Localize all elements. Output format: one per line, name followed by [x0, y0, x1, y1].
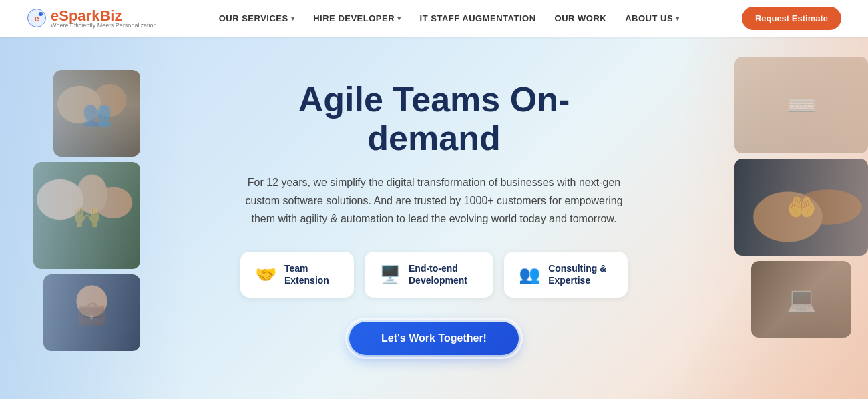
hero-title: Agile Teams On-demand [240, 81, 628, 157]
nav-link-about-us[interactable]: ABOUT US ▾ [625, 13, 679, 23]
end-to-end-icon: 🖥️ [379, 264, 401, 285]
hero-content: Agile Teams On-demand For 12 years, we s… [227, 81, 641, 354]
feature-cards-row: 🤝 Team Extension 🖥️ End-to-end Developme… [240, 252, 628, 297]
photo-overlay-1: 👥 [53, 70, 140, 157]
chevron-down-icon: ▾ [397, 15, 401, 22]
nav-item-it-staff[interactable]: IT STAFF AUGMENTATION [420, 13, 536, 23]
logo[interactable]: e eSparkBiz Where Efficiently Meets Pers… [27, 7, 156, 29]
feature-label-consulting: Consulting & Expertise [548, 262, 613, 286]
feature-card-consulting[interactable]: 👥 Consulting & Expertise [504, 252, 628, 297]
nav-item-about-us[interactable]: ABOUT US ▾ [625, 13, 679, 23]
photo-card-hands: 🤲 [734, 159, 868, 256]
nav-link-our-services[interactable]: OUR SERVICES ▾ [219, 13, 295, 23]
nav-link-hire-developer[interactable]: HIRE DEVELOPER ▾ [313, 13, 401, 23]
photo-overlay-2: 🙌 [33, 162, 140, 269]
photo-card-team2: 🙌 [33, 162, 140, 269]
svg-text:e: e [34, 13, 39, 23]
consulting-icon: 👥 [519, 264, 540, 285]
lets-work-together-button[interactable]: Let's Work Together! [349, 322, 519, 355]
navbar: e eSparkBiz Where Efficiently Meets Pers… [0, 0, 868, 37]
hero-section: 👥 🙌 💼 Agile Teams On-demand For 12 years… [0, 37, 868, 399]
feature-card-end-to-end[interactable]: 🖥️ End-to-end Development [365, 252, 493, 297]
request-estimate-button[interactable]: Request Estimate [742, 7, 841, 30]
left-photo-collage: 👥 🙌 💼 [0, 37, 180, 399]
photo-card-team3: 💼 [43, 274, 140, 351]
photo-card-team1: 👥 [53, 70, 140, 157]
chevron-down-icon: ▾ [291, 15, 295, 22]
photo-overlay-r1: ⌨️ [734, 57, 868, 153]
nav-link-our-work[interactable]: OUR WORK [555, 13, 607, 23]
photo-overlay-r3: 💻 [751, 261, 851, 338]
photo-overlay-3: 💼 [43, 274, 140, 351]
feature-label-end-to-end: End-to-end Development [409, 262, 479, 286]
nav-links: OUR SERVICES ▾ HIRE DEVELOPER ▾ IT STAFF… [219, 13, 680, 23]
nav-item-our-work[interactable]: OUR WORK [555, 13, 607, 23]
feature-label-team-extension: Team Extension [284, 262, 339, 286]
right-photo-collage: ⌨️ 🤲 💻 [694, 37, 868, 399]
photo-card-office1: ⌨️ [734, 57, 868, 153]
chevron-down-icon: ▾ [676, 15, 680, 22]
logo-icon: e [27, 8, 47, 28]
feature-card-team-extension[interactable]: 🤝 Team Extension [240, 252, 354, 297]
svg-point-3 [41, 12, 43, 14]
brand-tagline: Where Efficiently Meets Personalization [51, 22, 156, 29]
nav-item-our-services[interactable]: OUR SERVICES ▾ [219, 13, 295, 23]
nav-item-hire-developer[interactable]: HIRE DEVELOPER ▾ [313, 13, 401, 23]
team-extension-icon: 🤝 [255, 264, 276, 285]
hero-description: For 12 years, we simplify the digital tr… [240, 173, 628, 228]
photo-card-office2: 💻 [751, 261, 851, 338]
nav-link-it-staff[interactable]: IT STAFF AUGMENTATION [420, 13, 536, 23]
photo-overlay-r2: 🤲 [734, 159, 868, 256]
